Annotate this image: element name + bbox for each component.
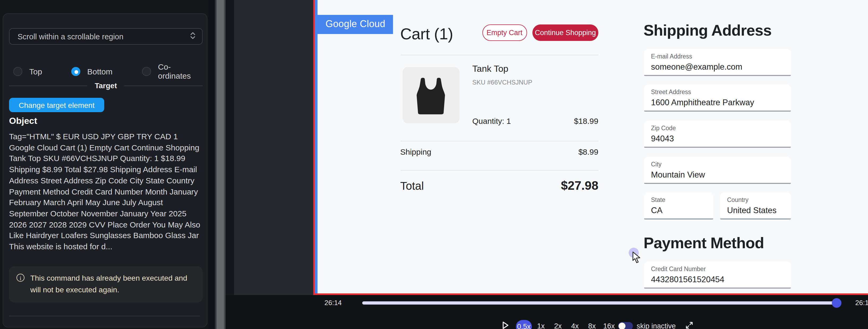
panel-gap: [225, 0, 234, 329]
replay-stage-background: [234, 0, 313, 295]
object-heading: Object: [9, 116, 37, 127]
target-section-label: Target: [95, 81, 117, 90]
city-field[interactable]: City Mountain View: [644, 157, 791, 184]
cart-divider: [400, 55, 598, 55]
speed-option-16x[interactable]: 16x: [602, 322, 616, 329]
country-value: United States: [727, 206, 777, 215]
change-target-button[interactable]: Change target element: [9, 98, 104, 112]
speed-option-8x[interactable]: 8x: [587, 322, 597, 329]
select-chevrons-icon: [190, 31, 196, 41]
panel-gap: [209, 0, 215, 329]
credit-card-number-value: 4432801561520454: [651, 275, 724, 284]
divider-line: [124, 85, 203, 86]
cart-title: Cart (1): [400, 25, 453, 43]
execution-notice-text: This command has already been executed a…: [30, 273, 195, 296]
cursor-arrow-icon: [632, 252, 643, 263]
command-type-value: Scroll within a scrollable region: [18, 32, 123, 41]
zip-code-value: 94043: [651, 134, 674, 143]
play-button[interactable]: [501, 321, 509, 329]
change-target-button-label: Change target element: [19, 101, 95, 109]
replayed-webpage: Google Cloud Cart (1) Empty Cart Continu…: [317, 0, 868, 293]
radio-option-bottom[interactable]: Bottom: [71, 67, 113, 76]
current-time: 26:14: [324, 299, 342, 307]
total-row-label: Total: [400, 179, 424, 192]
fullscreen-button[interactable]: [685, 321, 693, 329]
target-section-divider: Target: [9, 81, 203, 90]
credit-card-number-label: Credit Card Number: [651, 266, 706, 272]
play-icon: [501, 321, 509, 329]
divider-line: [9, 85, 87, 86]
cursor-click-halo: [629, 248, 639, 258]
radio-bottom-icon: [71, 67, 80, 76]
street-address-value: 1600 Amphitheatre Parkway: [651, 98, 754, 107]
skip-inactive-toggle[interactable]: [618, 322, 633, 329]
radio-bottom-label: Bottom: [87, 67, 113, 76]
radio-coordinates-icon: [142, 67, 151, 76]
country-field[interactable]: Country United States: [720, 192, 791, 220]
scroll-position-options: Top Bottom Co-ordinates: [9, 65, 203, 77]
zip-code-label: Zip Code: [651, 125, 676, 131]
radio-option-coordinates[interactable]: Co-ordinates: [142, 62, 203, 80]
cart-divider: [400, 140, 598, 141]
replay-player-bar: 26:14 26:1 0.5x 1x 2x 4x 8x 16x skip ina…: [225, 295, 868, 329]
country-label: Country: [727, 197, 749, 203]
shipping-row-label: Shipping: [400, 147, 431, 156]
state-value: CA: [651, 206, 662, 215]
viewport-highlight-bottom-border: [313, 293, 868, 295]
speed-option-0-5x[interactable]: 0.5x: [516, 320, 532, 329]
tank-top-illustration: [408, 72, 454, 118]
empty-cart-button[interactable]: Empty Cart: [482, 25, 527, 41]
element-highlight-bar: [315, 0, 317, 293]
total-row-price: $27.98: [529, 178, 598, 193]
toggle-knob: [619, 322, 625, 329]
step-editor-sidebar: Scroll within a scrollable region Top Bo…: [0, 0, 209, 329]
speed-option-1x[interactable]: 1x: [536, 322, 546, 329]
email-address-label: E-mail Address: [651, 53, 692, 59]
item-price: $18.99: [545, 117, 598, 125]
city-value: Mountain View: [651, 170, 705, 179]
google-cloud-badge[interactable]: Google Cloud: [317, 15, 393, 34]
payment-method-heading: Payment Method: [644, 234, 764, 252]
shipping-address-heading: Shipping Address: [644, 22, 772, 39]
cart-divider: [400, 170, 598, 170]
email-address-field[interactable]: E-mail Address someone@example.com: [644, 48, 791, 76]
city-label: City: [651, 161, 662, 167]
execution-notice: i This command has already been executed…: [9, 266, 203, 302]
credit-card-number-field[interactable]: Credit Card Number 4432801561520454: [644, 262, 791, 289]
info-circle-icon: i: [17, 274, 25, 282]
radio-top-label: Top: [29, 67, 42, 76]
radio-coordinates-label: Co-ordinates: [158, 62, 203, 80]
item-quantity: Quantity: 1: [472, 117, 511, 125]
step-editor-card: Scroll within a scrollable region Top Bo…: [3, 13, 208, 327]
tank-top-product-image: [402, 67, 459, 123]
state-field[interactable]: State CA: [644, 192, 713, 220]
panel-resize-handle[interactable]: [216, 0, 224, 329]
expand-icon: [685, 321, 693, 329]
radio-option-top[interactable]: Top: [13, 67, 42, 76]
speed-option-2x[interactable]: 2x: [553, 322, 563, 329]
state-label: State: [651, 197, 665, 203]
skip-inactive-label[interactable]: skip inactive: [637, 322, 676, 329]
command-type-select[interactable]: Scroll within a scrollable region: [9, 28, 203, 45]
sidebar-bottom-divider: [9, 316, 200, 316]
email-address-value: someone@example.com: [651, 62, 742, 71]
timeline-thumb[interactable]: [832, 298, 841, 308]
shipping-row-price: $8.99: [545, 147, 598, 156]
end-time: 26:1: [855, 299, 868, 307]
speed-option-4x[interactable]: 4x: [570, 322, 580, 329]
timeline-track[interactable]: [362, 301, 836, 304]
radio-top-icon: [13, 67, 22, 76]
replay-viewer: Scroll within a scrollable region Top Bo…: [0, 0, 868, 329]
zip-code-field[interactable]: Zip Code 94043: [644, 121, 791, 148]
item-name: Tank Top: [472, 64, 508, 74]
street-address-field[interactable]: Street Address 1600 Amphitheatre Parkway: [644, 85, 791, 111]
empty-cart-label: Empty Cart: [486, 29, 522, 37]
item-sku: SKU #66VCHSJNUP: [472, 79, 532, 86]
continue-shopping-button[interactable]: Continue Shopping: [532, 25, 598, 41]
object-description-text: Tag="HTML" $ EUR USD JPY GBP TRY CAD 1 G…: [9, 131, 203, 252]
continue-shopping-label: Continue Shopping: [535, 29, 596, 37]
street-address-label: Street Address: [651, 89, 691, 95]
